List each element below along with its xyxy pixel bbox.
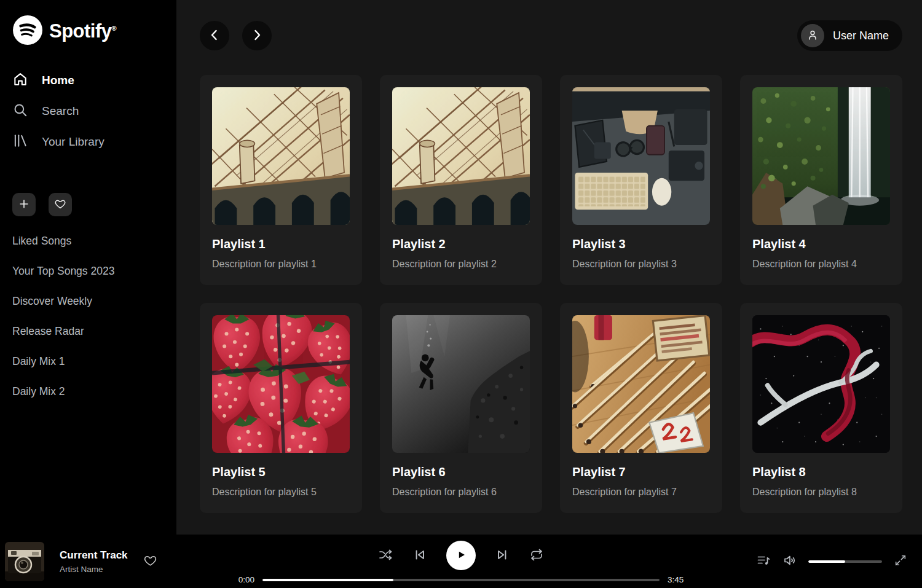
- playlist-link-daily-mix-1[interactable]: Daily Mix 1: [12, 355, 65, 367]
- playlist-title: Playlist 7: [572, 464, 710, 480]
- seek-bar[interactable]: [262, 579, 660, 581]
- sidebar-item-label: Search: [42, 104, 79, 118]
- list-item: Daily Mix 2: [12, 377, 164, 407]
- sidebar: Spotify® Home: [0, 0, 176, 535]
- like-track-button[interactable]: [143, 554, 157, 570]
- playlist-description: Description for playlist 6: [392, 486, 530, 498]
- upper-region: Spotify® Home: [0, 0, 922, 535]
- previous-track-button[interactable]: [412, 547, 428, 563]
- playlist-card-6[interactable]: Playlist 6 Description for playlist 6: [380, 303, 542, 513]
- playlist-link-release-radar[interactable]: Release Radar: [12, 325, 84, 337]
- playlist-title: Playlist 8: [752, 464, 890, 480]
- sidebar-item-your-library[interactable]: Your Library: [12, 127, 164, 157]
- playlist-title: Playlist 6: [392, 464, 530, 480]
- playlist-link-your-top-songs-2023[interactable]: Your Top Songs 2023: [12, 265, 114, 277]
- sidebar-nav: Home Search Your L: [12, 65, 164, 157]
- playlist-cover-wooden-rulers-photo: [572, 315, 710, 453]
- playlist-card-8[interactable]: Playlist 8 Description for playlist 8: [740, 303, 902, 513]
- time-elapsed: 0:00: [234, 575, 254, 584]
- play-icon: [454, 548, 468, 563]
- playlist-grid: Playlist 1 Description for playlist 1: [200, 75, 902, 513]
- spotify-app: Spotify® Home: [0, 0, 922, 588]
- back-button[interactable]: [200, 21, 229, 50]
- user-menu-button[interactable]: User Name: [797, 20, 902, 51]
- playlist-description: Description for playlist 2: [392, 258, 530, 270]
- playlist-cover-steel-truss-photo: [392, 87, 530, 225]
- heart-icon: [143, 560, 157, 570]
- playback-controls: [234, 541, 688, 570]
- forward-button[interactable]: [242, 21, 272, 50]
- fullscreen-icon: [894, 554, 907, 569]
- library-icon: [12, 133, 28, 152]
- spotify-logo: Spotify®: [12, 15, 164, 48]
- spotify-logo-icon: [12, 15, 43, 48]
- playlist-card-7[interactable]: Playlist 7 Description for playlist 7: [560, 303, 722, 513]
- playlist-cover-underwater-diver-photo: [392, 315, 530, 453]
- avatar: [801, 24, 824, 47]
- fullscreen-button[interactable]: [892, 554, 908, 570]
- list-item: Discover Weekly: [12, 286, 164, 316]
- sidebar-item-search[interactable]: Search: [12, 96, 164, 127]
- home-icon: [12, 71, 28, 90]
- volume-icon: [782, 553, 797, 570]
- playlist-cover-antler-red-fabric-photo: [752, 315, 890, 453]
- playlist-card-5[interactable]: Playlist 5 Description for playlist 5: [200, 303, 362, 513]
- plus-icon: [18, 198, 30, 212]
- playlist-description: Description for playlist 7: [572, 486, 710, 498]
- volume-button[interactable]: [782, 554, 798, 570]
- track-info: Current Track Artist Name: [60, 549, 128, 574]
- player-center: 0:00 3:45: [234, 541, 688, 584]
- queue-icon: [756, 553, 771, 570]
- main-content: User Name: [176, 0, 922, 535]
- player-bar: Current Track Artist Name: [0, 535, 922, 588]
- playlist-cover-strawberries-photo: [212, 315, 350, 453]
- playlist-link-liked-songs[interactable]: Liked Songs: [12, 235, 71, 247]
- sidebar-item-label: Your Library: [42, 135, 104, 149]
- list-item: Your Top Songs 2023: [12, 256, 164, 286]
- content-header: User Name: [200, 0, 902, 51]
- list-item: Liked Songs: [12, 226, 164, 256]
- repeat-button[interactable]: [529, 547, 545, 563]
- list-item: Daily Mix 1: [12, 347, 164, 377]
- chevron-right-icon: [250, 28, 264, 44]
- playlist-description: Description for playlist 1: [212, 258, 350, 270]
- playlist-description: Description for playlist 5: [212, 486, 350, 498]
- playlist-cover-steel-truss-photo: [212, 87, 350, 225]
- playlist-cover-waterfall-photo: [752, 87, 890, 225]
- sidebar-item-label: Home: [42, 74, 74, 87]
- playlist-link-daily-mix-2[interactable]: Daily Mix 2: [12, 385, 65, 398]
- playlist-link-discover-weekly[interactable]: Discover Weekly: [12, 295, 92, 307]
- volume-slider[interactable]: [808, 560, 882, 563]
- playlist-cover-desk-flatlay-photo: [572, 87, 710, 225]
- playlist-card-3[interactable]: Playlist 3 Description for playlist 3: [560, 75, 722, 285]
- queue-button[interactable]: [755, 554, 771, 570]
- playlist-card-2[interactable]: Playlist 2 Description for playlist 2: [380, 75, 542, 285]
- play-button[interactable]: [446, 541, 476, 570]
- shuffle-button[interactable]: [377, 547, 393, 563]
- sidebar-actions: [12, 193, 164, 216]
- playlist-title: Playlist 3: [572, 236, 710, 252]
- create-playlist-button[interactable]: [12, 193, 36, 216]
- playlist-description: Description for playlist 8: [752, 486, 890, 498]
- playlist-title: Playlist 5: [212, 464, 350, 480]
- next-track-button[interactable]: [494, 547, 510, 563]
- history-nav: [200, 21, 272, 50]
- liked-songs-button[interactable]: [49, 193, 72, 216]
- track-artist: Artist Name: [60, 565, 128, 574]
- spotify-wordmark: Spotify®: [49, 20, 116, 42]
- playlist-card-1[interactable]: Playlist 1 Description for playlist 1: [200, 75, 362, 285]
- volume-slider-fill: [808, 560, 845, 563]
- sidebar-item-home[interactable]: Home: [12, 65, 164, 96]
- playlist-card-4[interactable]: Playlist 4 Description for playlist 4: [740, 75, 902, 285]
- chevron-left-icon: [207, 28, 222, 44]
- now-playing: Current Track Artist Name: [0, 542, 203, 581]
- progress-row: 0:00 3:45: [234, 575, 688, 584]
- seek-bar-fill: [262, 579, 393, 581]
- playlist-title: Playlist 4: [752, 236, 890, 252]
- user-icon: [806, 28, 819, 44]
- playlist-description: Description for playlist 3: [572, 258, 710, 270]
- sidebar-playlists: Liked Songs Your Top Songs 2023 Discover…: [12, 226, 164, 407]
- playlist-title: Playlist 1: [212, 236, 350, 252]
- search-icon: [12, 102, 28, 121]
- shuffle-icon: [378, 547, 393, 564]
